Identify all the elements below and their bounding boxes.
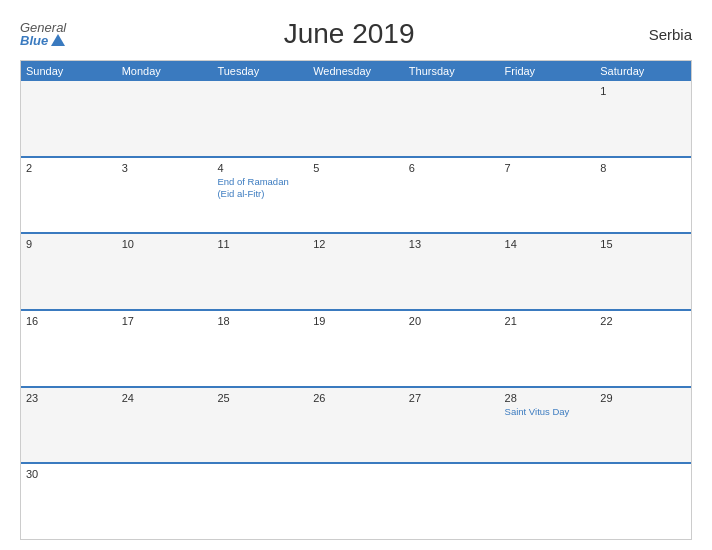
day-headers: Sunday Monday Tuesday Wednesday Thursday… <box>21 61 691 81</box>
day-26: 26 <box>308 388 404 463</box>
week-5: 23 24 25 26 27 28 Saint Vitus Day 29 <box>21 386 691 463</box>
day-25: 25 <box>212 388 308 463</box>
week-3: 9 10 11 12 13 14 15 <box>21 232 691 309</box>
holiday-eid: End of Ramadan(Eid al-Fitr) <box>217 176 303 201</box>
day-20: 20 <box>404 311 500 386</box>
logo-blue-text: Blue <box>20 34 66 47</box>
day-7: 7 <box>500 158 596 233</box>
day-cell <box>212 81 308 156</box>
day-24: 24 <box>117 388 213 463</box>
day-15: 15 <box>595 234 691 309</box>
day-22: 22 <box>595 311 691 386</box>
header-thursday: Thursday <box>404 61 500 81</box>
day-29: 29 <box>595 388 691 463</box>
day-6: 6 <box>404 158 500 233</box>
week-6: 30 <box>21 462 691 539</box>
header-saturday: Saturday <box>595 61 691 81</box>
day-cell <box>308 464 404 539</box>
header-wednesday: Wednesday <box>308 61 404 81</box>
day-cell <box>117 464 213 539</box>
header: General Blue June 2019 Serbia <box>20 18 692 50</box>
country-label: Serbia <box>632 26 692 43</box>
day-cell <box>500 81 596 156</box>
header-friday: Friday <box>500 61 596 81</box>
day-21: 21 <box>500 311 596 386</box>
day-5: 5 <box>308 158 404 233</box>
week-1: 1 <box>21 81 691 156</box>
week-2: 2 3 4 End of Ramadan(Eid al-Fitr) 5 6 7 … <box>21 156 691 233</box>
day-1: 1 <box>595 81 691 156</box>
day-2: 2 <box>21 158 117 233</box>
day-4: 4 End of Ramadan(Eid al-Fitr) <box>212 158 308 233</box>
page: General Blue June 2019 Serbia Sunday Mon… <box>0 0 712 550</box>
day-9: 9 <box>21 234 117 309</box>
day-cell <box>308 81 404 156</box>
day-cell <box>500 464 596 539</box>
day-cell <box>404 464 500 539</box>
day-3: 3 <box>117 158 213 233</box>
day-30: 30 <box>21 464 117 539</box>
logo-triangle-icon <box>51 34 65 46</box>
header-tuesday: Tuesday <box>212 61 308 81</box>
day-14: 14 <box>500 234 596 309</box>
weeks: 1 2 3 4 End of Ramadan(Eid al-Fitr) 5 6 … <box>21 81 691 539</box>
day-28: 28 Saint Vitus Day <box>500 388 596 463</box>
calendar-title: June 2019 <box>66 18 632 50</box>
day-13: 13 <box>404 234 500 309</box>
day-8: 8 <box>595 158 691 233</box>
calendar: Sunday Monday Tuesday Wednesday Thursday… <box>20 60 692 540</box>
day-19: 19 <box>308 311 404 386</box>
logo: General Blue <box>20 21 66 47</box>
day-cell <box>212 464 308 539</box>
day-23: 23 <box>21 388 117 463</box>
day-16: 16 <box>21 311 117 386</box>
header-sunday: Sunday <box>21 61 117 81</box>
day-10: 10 <box>117 234 213 309</box>
day-17: 17 <box>117 311 213 386</box>
day-cell <box>117 81 213 156</box>
day-cell <box>595 464 691 539</box>
day-cell <box>404 81 500 156</box>
day-cell <box>21 81 117 156</box>
header-monday: Monday <box>117 61 213 81</box>
day-18: 18 <box>212 311 308 386</box>
day-12: 12 <box>308 234 404 309</box>
week-4: 16 17 18 19 20 21 22 <box>21 309 691 386</box>
day-11: 11 <box>212 234 308 309</box>
day-27: 27 <box>404 388 500 463</box>
holiday-saint-vitus: Saint Vitus Day <box>505 406 591 418</box>
